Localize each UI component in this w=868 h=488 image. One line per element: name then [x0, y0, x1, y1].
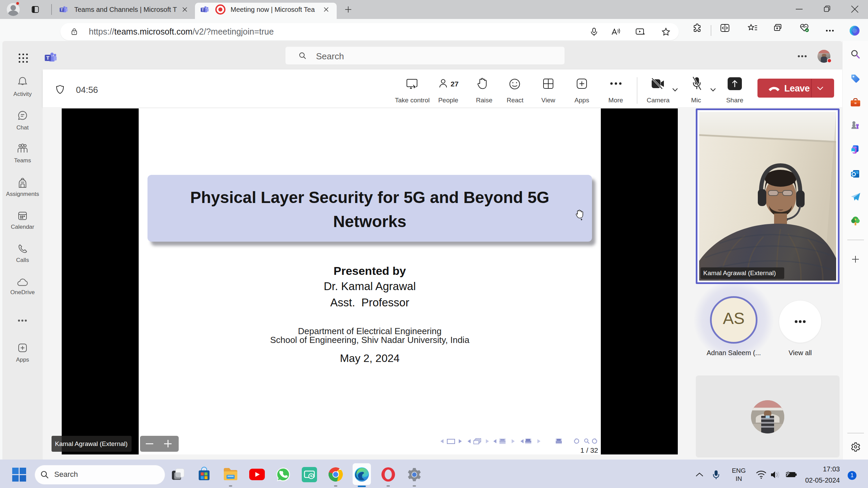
svg-text:T: T [202, 8, 204, 12]
svg-text:T: T [46, 55, 50, 61]
svg-text:T: T [61, 8, 63, 12]
